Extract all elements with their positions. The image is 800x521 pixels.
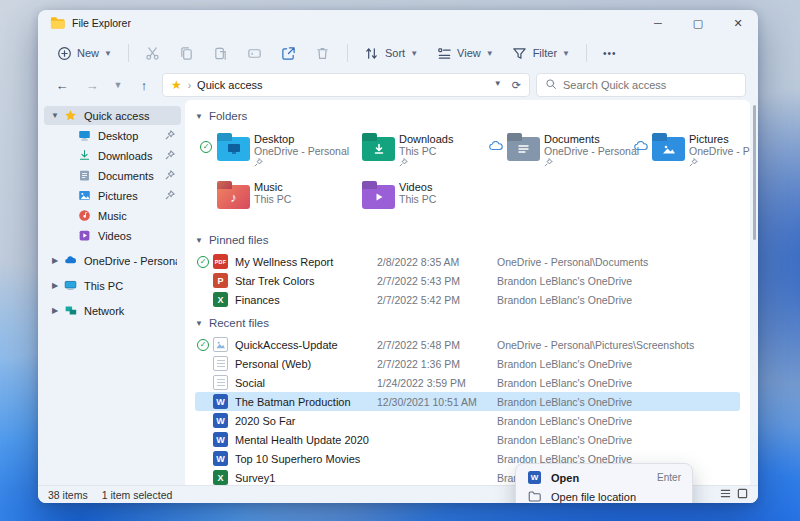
pinned-files-section-header[interactable]: ▼ Pinned files (195, 230, 740, 250)
pdf-file-icon: PDF (213, 254, 228, 269)
pin-icon (544, 157, 553, 169)
share-button[interactable] (273, 40, 305, 66)
see-more-button[interactable]: ••• (595, 43, 625, 64)
file-row[interactable]: Personal (Web) 2/7/2022 1:36 PM Brandon … (195, 354, 740, 373)
sidebar-item-quick-access[interactable]: ▼ Quick access (44, 106, 181, 125)
excel-file-icon: X (213, 292, 228, 307)
delete-button[interactable] (307, 40, 339, 66)
folders-section-header[interactable]: ▼ Folders (195, 106, 740, 126)
paste-button[interactable] (205, 40, 237, 66)
rename-icon (247, 45, 263, 61)
search-input[interactable] (563, 79, 737, 91)
address-dropdown-icon[interactable]: ▼ (494, 79, 502, 92)
file-name: Social (235, 377, 377, 389)
chevron-right-icon[interactable]: ▶ (48, 256, 62, 265)
toolbar-separator (347, 44, 348, 62)
file-name: Mental Health Update 2020 (235, 434, 377, 446)
folder-tile-desktop[interactable]: ✓ Desktop OneDrive - Personal (197, 130, 334, 172)
minimize-button[interactable]: ─ (638, 10, 678, 36)
address-box[interactable]: ★ › Quick access ▼ ⟳ (162, 73, 530, 97)
powerpoint-file-icon: P (213, 273, 228, 288)
file-location: Brandon LeBlanc's OneDrive (497, 275, 740, 287)
file-date: 12/30/2021 10:51 AM (377, 396, 497, 408)
context-menu-item-open-file-location[interactable]: Open file location (520, 487, 688, 503)
sidebar-item-pictures[interactable]: Pictures (58, 186, 181, 205)
file-row[interactable]: W 2020 So Far Brandon LeBlanc's OneDrive (195, 411, 740, 430)
forward-button[interactable]: → (80, 73, 104, 97)
file-location: OneDrive - Personal\Pictures\Screenshots (497, 339, 740, 351)
music-icon (76, 209, 92, 223)
downloads-folder-icon (362, 137, 395, 161)
new-button[interactable]: New ▼ (48, 40, 120, 66)
pictures-folder-icon (652, 137, 685, 161)
app-folder-icon (50, 16, 65, 31)
filter-button[interactable]: Filter ▼ (504, 40, 578, 66)
vertical-scrollbar[interactable] (753, 105, 756, 240)
back-button[interactable]: ← (50, 73, 74, 97)
video-icon (76, 229, 92, 243)
file-row[interactable]: ✓ QuickAccess-Update 2/7/2022 5:48 PM On… (195, 335, 740, 354)
file-row[interactable]: W Mental Health Update 2020 Brandon LeBl… (195, 430, 740, 449)
word-file-icon: W (213, 451, 228, 466)
file-date: 2/7/2022 5:48 PM (377, 339, 497, 351)
folder-name: Videos (399, 181, 436, 193)
sync-complete-icon: ✓ (197, 256, 209, 268)
copy-button[interactable] (171, 40, 203, 66)
details-view-icon[interactable] (720, 488, 731, 501)
file-row-selected[interactable]: W The Batman Production 12/30/2021 10:51… (195, 392, 740, 411)
maximize-button[interactable]: ▢ (678, 10, 718, 36)
view-button[interactable]: View ▼ (428, 40, 502, 66)
word-file-icon: W (213, 413, 228, 428)
sidebar-item-documents[interactable]: Documents (58, 166, 181, 185)
context-menu-item-open[interactable]: W Open Enter (520, 468, 688, 487)
folder-tile-downloads[interactable]: Downloads This PC (342, 130, 479, 172)
recent-files-section-header[interactable]: ▼ Recent files (195, 313, 740, 333)
file-row[interactable]: X Finances 2/7/2022 5:42 PM Brandon LeBl… (195, 290, 740, 309)
folder-tile-videos[interactable]: Videos This PC (342, 178, 479, 220)
sort-button[interactable]: Sort ▼ (356, 40, 426, 66)
chevron-right-icon[interactable]: ▶ (48, 306, 62, 315)
sidebar-item-network[interactable]: ▶ Network (44, 301, 181, 320)
breadcrumb[interactable]: Quick access (197, 79, 262, 91)
sidebar-item-videos[interactable]: Videos (58, 226, 181, 245)
folder-icon (527, 490, 542, 503)
file-date: 2/8/2022 8:35 AM (377, 256, 497, 268)
chevron-down-icon[interactable]: ▼ (48, 111, 62, 120)
folder-location: OneDrive - Personal (689, 145, 750, 157)
word-file-icon: W (528, 471, 541, 484)
large-icons-view-icon[interactable] (737, 488, 748, 501)
sidebar-item-this-pc[interactable]: ▶ This PC (44, 276, 181, 295)
recent-locations-button[interactable]: ▼ (110, 73, 126, 97)
folder-tile-pictures[interactable]: Pictures OneDrive - Personal (632, 130, 750, 172)
rename-button[interactable] (239, 40, 271, 66)
sidebar-item-onedrive[interactable]: ▶ OneDrive - Personal (44, 251, 181, 270)
cut-button[interactable] (137, 40, 169, 66)
sidebar-item-desktop[interactable]: Desktop (58, 126, 181, 145)
menu-item-label: Open file location (551, 491, 672, 503)
close-button[interactable]: ✕ (718, 10, 758, 36)
download-icon (76, 149, 92, 163)
folder-tile-documents[interactable]: Documents OneDrive - Personal (487, 130, 624, 172)
file-row[interactable]: P Star Trek Colors 2/7/2022 5:43 PM Bran… (195, 271, 740, 290)
sidebar-item-downloads[interactable]: Downloads (58, 146, 181, 165)
search-box[interactable] (536, 73, 746, 97)
sidebar-item-music[interactable]: Music (58, 206, 181, 225)
section-title: Recent files (209, 317, 269, 329)
paste-icon (213, 45, 229, 61)
folder-location: This PC (399, 193, 436, 205)
file-location: Brandon LeBlanc's OneDrive (497, 294, 740, 306)
file-location: Brandon LeBlanc's OneDrive (497, 377, 740, 389)
pin-icon (165, 150, 177, 162)
view-icon (436, 45, 452, 61)
folder-tile-music[interactable]: ♪ Music This PC (197, 178, 334, 220)
folder-name: Downloads (399, 133, 453, 145)
folder-location: This PC (254, 193, 291, 205)
word-file-icon: W (213, 394, 228, 409)
sidebar-item-label: Quick access (84, 110, 177, 122)
up-button[interactable]: ↑ (132, 73, 156, 97)
chevron-right-icon[interactable]: ▶ (48, 281, 62, 290)
file-row[interactable]: Social 1/24/2022 3:59 PM Brandon LeBlanc… (195, 373, 740, 392)
refresh-icon[interactable]: ⟳ (512, 79, 521, 92)
pin-icon (399, 157, 408, 169)
file-row[interactable]: ✓ PDF My Wellness Report 2/8/2022 8:35 A… (195, 252, 740, 271)
